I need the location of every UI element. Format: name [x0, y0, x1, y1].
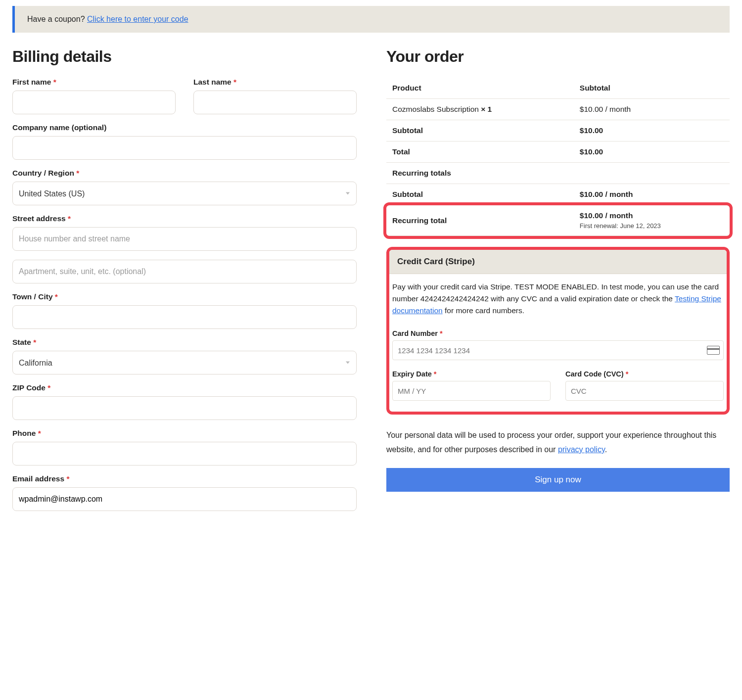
- phone-input[interactable]: [12, 442, 357, 466]
- payment-card-block: Credit Card (Stripe) Pay with your credi…: [386, 247, 730, 415]
- street-label: Street address *: [12, 214, 357, 223]
- cvc-label: Card Code (CVC) *: [565, 370, 724, 378]
- order-heading: Your order: [386, 47, 730, 66]
- coupon-text: Have a coupon?: [27, 15, 87, 23]
- company-label: Company name (optional): [12, 123, 357, 132]
- subtotal-value: $10.00: [574, 120, 730, 141]
- card-header: Credit Card (Stripe): [389, 250, 727, 274]
- card-number-input[interactable]: [392, 340, 724, 360]
- last-name-input[interactable]: [193, 91, 357, 114]
- card-description: Pay with your credit card via Stripe. TE…: [391, 281, 725, 317]
- first-name-input[interactable]: [12, 91, 176, 114]
- coupon-notice: Have a coupon? Click here to enter your …: [12, 6, 730, 33]
- total-label: Total: [386, 141, 574, 163]
- card-number-label: Card Number *: [392, 329, 724, 337]
- city-label: Town / City *: [12, 292, 357, 301]
- order-table: Product Subtotal Cozmoslabs Subscription…: [386, 78, 730, 236]
- renewal-note: First renewal: June 12, 2023: [580, 222, 726, 230]
- cvc-input[interactable]: [565, 381, 724, 401]
- street2-input[interactable]: [12, 260, 357, 283]
- product-cell: Cozmoslabs Subscription × 1: [386, 99, 574, 120]
- recurring-total-cell: $10.00 / month First renewal: June 12, 2…: [574, 205, 730, 236]
- privacy-text: Your personal data will be used to proce…: [386, 428, 730, 457]
- phone-label: Phone *: [12, 429, 357, 438]
- last-name-label: Last name *: [193, 78, 357, 87]
- state-label: State *: [12, 338, 357, 347]
- first-name-label: First name *: [12, 78, 176, 87]
- company-input[interactable]: [12, 136, 357, 160]
- recurring-total-label: Recurring total: [386, 205, 574, 236]
- recurring-sub-label: Subtotal: [386, 184, 574, 205]
- expiry-label: Expiry Date *: [392, 370, 551, 378]
- recurring-total-value: $10.00 / month: [580, 211, 633, 220]
- th-product: Product: [386, 78, 574, 99]
- email-label: Email address *: [12, 474, 357, 483]
- country-label: Country / Region *: [12, 169, 357, 178]
- zip-label: ZIP Code *: [12, 383, 357, 392]
- recurring-sub-value: $10.00 / month: [574, 184, 730, 205]
- expiry-input[interactable]: [392, 381, 551, 401]
- signup-button[interactable]: Sign up now: [386, 468, 730, 492]
- credit-card-icon: [707, 346, 720, 355]
- subtotal-label: Subtotal: [386, 120, 574, 141]
- state-select[interactable]: California: [12, 351, 357, 374]
- coupon-link[interactable]: Click here to enter your code: [87, 15, 188, 23]
- city-input[interactable]: [12, 305, 357, 329]
- email-input[interactable]: [12, 487, 357, 511]
- product-price: $10.00 / month: [574, 99, 730, 120]
- billing-heading: Billing details: [12, 47, 357, 66]
- country-select[interactable]: United States (US): [12, 182, 357, 205]
- th-subtotal: Subtotal: [574, 78, 730, 99]
- street-input[interactable]: [12, 227, 357, 251]
- recurring-header: Recurring totals: [386, 163, 730, 184]
- zip-input[interactable]: [12, 396, 357, 420]
- total-value: $10.00: [574, 141, 730, 163]
- privacy-policy-link[interactable]: privacy policy: [558, 445, 605, 454]
